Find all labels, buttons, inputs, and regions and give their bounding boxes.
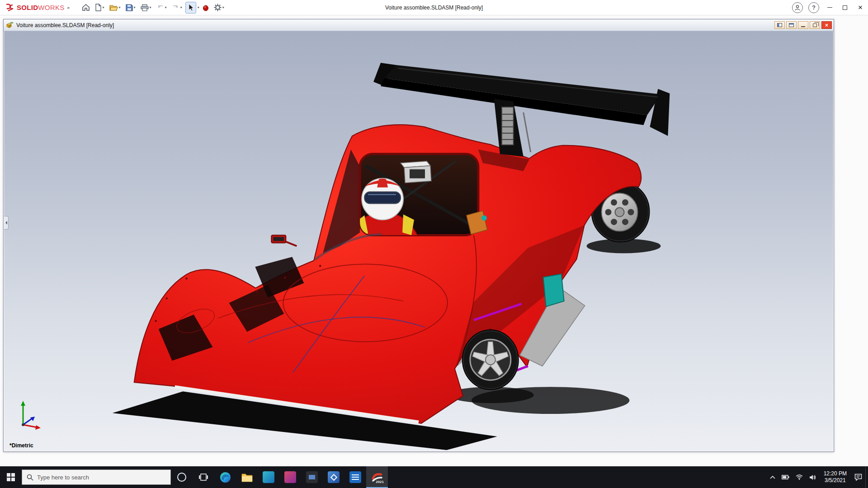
clock-date: 3/5/2021 <box>824 477 847 484</box>
standard-toolbar: ▾ ▾ ▾ ▾ ▾ ▾ ▾ ▾ <box>80 2 226 14</box>
red-sphere-tool-button[interactable] <box>201 2 211 14</box>
account-icon[interactable] <box>792 2 803 13</box>
view-orientation-label: *Dimetric <box>9 442 33 449</box>
solidworks-brand: SOLIDWORKS ▸ <box>0 3 74 12</box>
taskbar-solidworks-button[interactable]: 2021 <box>366 466 388 488</box>
doc-layout-button-2[interactable] <box>786 21 797 29</box>
mdi-client-area: Voiture assomblee.SLDASM [Read-only] × <box>0 15 868 466</box>
taskbar-clock[interactable]: 12:20 PM 3/5/2021 <box>819 470 851 484</box>
task-view-button[interactable] <box>193 466 214 488</box>
red-sphere-tool-icon <box>203 4 209 11</box>
battery-tray-button[interactable] <box>778 466 793 488</box>
dropdown-caret-icon[interactable]: ▾ <box>165 5 167 9</box>
app-tile-blue-lines-icon <box>349 471 361 483</box>
rear-wing <box>373 63 670 136</box>
taskbar-app-2[interactable] <box>279 466 301 488</box>
chevron-up-icon <box>770 475 775 479</box>
app-tile-blue-cube-icon <box>328 471 340 483</box>
assembly-document-icon <box>6 22 14 28</box>
dropdown-caret-icon[interactable]: ▾ <box>119 5 121 9</box>
doc-restore-button[interactable] <box>810 21 820 29</box>
cascade-window-icon <box>789 23 794 27</box>
doc-close-button[interactable]: × <box>821 21 832 29</box>
taskbar-app-3[interactable] <box>301 466 323 488</box>
app-window-title: Voiture assomblee.SLDASM [Read-only] <box>385 5 483 11</box>
dropdown-caret-icon[interactable]: ▾ <box>103 5 104 9</box>
dropdown-caret-icon[interactable]: ▾ <box>222 5 224 9</box>
start-button[interactable] <box>0 466 22 488</box>
undo-button[interactable]: ▾ <box>155 2 169 14</box>
hidden-icons-button[interactable] <box>767 466 778 488</box>
action-center-button[interactable] <box>851 466 865 488</box>
action-center-icon <box>854 474 862 481</box>
maximize-icon <box>843 5 847 10</box>
app-tile-dark-icon <box>306 471 318 483</box>
task-view-icon <box>198 473 208 482</box>
3d-model-race-car[interactable] <box>4 31 833 451</box>
taskbar-app-5[interactable] <box>344 466 366 488</box>
taskbar-search[interactable] <box>22 469 171 485</box>
document-window: Voiture assomblee.SLDASM [Read-only] × <box>3 19 834 452</box>
select-tool-button[interactable] <box>185 2 196 14</box>
featuremanager-collapse-tab[interactable] <box>4 216 9 230</box>
app-tile-teal-icon <box>263 471 274 483</box>
system-tray: 12:20 PM 3/5/2021 <box>767 466 868 488</box>
dropdown-caret-icon[interactable]: ▾ <box>180 5 182 9</box>
help-button[interactable]: ? <box>808 2 819 13</box>
door-window-teal <box>543 274 564 306</box>
ds-logo-icon <box>5 3 14 12</box>
windows-taskbar: 2021 12:20 PM 3/5/2021 <box>0 466 868 488</box>
edge-button[interactable] <box>214 466 236 488</box>
taskbar-app-4[interactable] <box>323 466 344 488</box>
open-button[interactable]: ▾ <box>108 2 123 14</box>
orientation-triad <box>14 399 43 432</box>
print-icon <box>141 4 149 11</box>
dropdown-caret-icon[interactable]: ▾ <box>134 5 136 9</box>
solidworks-app-icon: 2021 <box>371 471 383 483</box>
cortana-button[interactable] <box>171 466 193 488</box>
gear-icon <box>214 4 222 11</box>
print-button[interactable]: ▾ <box>139 2 153 14</box>
menu-flyout-icon[interactable]: ▸ <box>68 5 70 10</box>
redo-button[interactable]: ▾ <box>170 2 184 14</box>
search-input[interactable] <box>37 474 150 481</box>
undo-icon <box>156 4 164 11</box>
person-icon <box>794 5 801 11</box>
camera-pod <box>401 161 431 183</box>
app-maximize-button[interactable] <box>837 0 853 15</box>
home-button[interactable] <box>80 2 92 14</box>
show-desktop-button[interactable] <box>865 466 868 488</box>
minimize-icon <box>827 7 832 8</box>
document-title: Voiture assomblee.SLDASM [Read-only] <box>16 22 114 28</box>
options-button[interactable]: ▾ <box>212 2 226 14</box>
dropdown-caret-icon[interactable]: ▾ <box>198 5 199 9</box>
solidworks-year-badge: 2021 <box>376 480 384 484</box>
network-tray-button[interactable] <box>793 466 806 488</box>
doc-layout-button-1[interactable] <box>774 21 785 29</box>
redo-icon <box>172 4 179 11</box>
minimize-icon <box>801 26 805 27</box>
doc-minimize-button[interactable] <box>798 21 808 29</box>
file-explorer-icon <box>241 473 253 482</box>
file-explorer-button[interactable] <box>236 466 258 488</box>
new-document-button[interactable]: ▾ <box>93 2 106 14</box>
home-icon <box>82 4 90 11</box>
app-close-button[interactable]: × <box>853 0 868 15</box>
save-button[interactable]: ▾ <box>124 2 137 14</box>
help-icon: ? <box>812 4 816 11</box>
split-window-icon <box>777 23 782 27</box>
wifi-icon <box>796 474 803 480</box>
volume-tray-button[interactable] <box>806 466 819 488</box>
dropdown-caret-icon[interactable]: ▾ <box>150 5 151 9</box>
taskbar-app-1[interactable] <box>258 466 279 488</box>
front-right-wheel <box>462 330 519 389</box>
graphics-viewport[interactable]: *Dimetric <box>4 31 833 451</box>
titlebar-right-controls: ? × <box>789 0 868 15</box>
document-title-bar[interactable]: Voiture assomblee.SLDASM [Read-only] × <box>4 19 834 31</box>
app-minimize-button[interactable] <box>822 0 837 15</box>
search-icon <box>27 474 33 481</box>
clock-time: 12:20 PM <box>824 470 847 477</box>
close-icon: × <box>858 4 863 11</box>
app-tile-magenta-icon <box>284 471 296 483</box>
select-arrow-icon <box>188 4 194 11</box>
